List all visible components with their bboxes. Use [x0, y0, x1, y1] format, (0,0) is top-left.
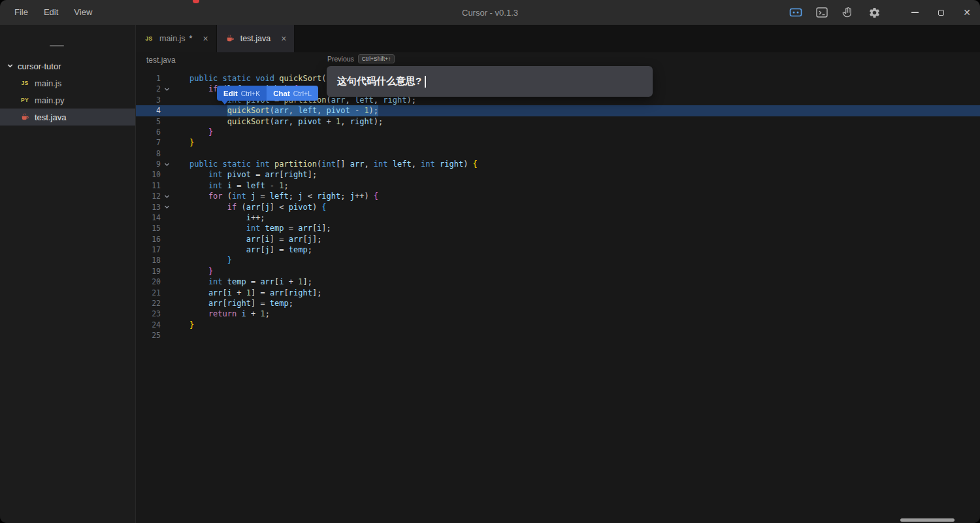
tab-label: test.java [239, 34, 271, 43]
terminal-icon[interactable] [809, 0, 835, 25]
text-caret [425, 76, 426, 88]
menu-view[interactable]: View [66, 0, 100, 25]
previous-label: Previous [327, 55, 354, 63]
js-icon: JS [20, 80, 30, 86]
fold-spacer [161, 148, 172, 159]
fold-spacer [161, 180, 172, 191]
code-line-19[interactable]: 19} [136, 266, 980, 277]
code-line-18[interactable]: 18} [136, 255, 980, 265]
file-name: main.py [35, 95, 65, 105]
code-line-10[interactable]: 10int pivot = arr[right]; [136, 169, 980, 180]
line-number: 16 [136, 234, 161, 245]
line-number: 2 [136, 84, 161, 94]
code-line-15[interactable]: 15int temp = arr[i]; [136, 223, 980, 233]
code-line-22[interactable]: 22arr[right] = temp; [136, 298, 980, 309]
file-list: JSmain.jsPYmain.pytest.java [0, 75, 135, 126]
code-line-25[interactable]: 25 [136, 330, 980, 341]
prompt-history-hint: Previous Ctrl+Shift+↑ [327, 54, 395, 63]
line-number: 3 [136, 95, 161, 105]
line-number: 13 [136, 202, 161, 212]
file-item-test-java[interactable]: test.java [0, 109, 135, 126]
edit-button[interactable]: Edit Ctrl+K [217, 86, 267, 101]
app-window: FileEditView Cursor - v0.1.3 ✕ [0, 0, 980, 523]
code-line-5[interactable]: 5quickSort(arr, pivot + 1, right); [136, 116, 980, 127]
line-number: 17 [136, 245, 161, 255]
file-name: test.java [35, 112, 66, 122]
shortcut-badge: Ctrl+Shift+↑ [358, 54, 395, 63]
file-item-main-py[interactable]: PYmain.py [0, 92, 135, 109]
tab-main-js[interactable]: JSmain.js*× [136, 25, 217, 52]
prompt-input[interactable]: 这句代码什么意思? [327, 66, 653, 97]
line-number: 25 [136, 330, 161, 341]
panel-resize-handle [50, 45, 64, 46]
title-bar: FileEditView Cursor - v0.1.3 ✕ [0, 0, 980, 25]
code-line-23[interactable]: 23return i + 1; [136, 309, 980, 319]
code-line-9[interactable]: 9public static int partition(int[] arr, … [136, 159, 980, 169]
code-line-6[interactable]: 6} [136, 127, 980, 137]
explorer-sidebar: cursor-tutor JSmain.jsPYmain.pytest.java [0, 25, 136, 523]
code-line-20[interactable]: 20int temp = arr[i + 1]; [136, 277, 980, 287]
line-number: 8 [136, 148, 161, 159]
fold-spacer [161, 105, 172, 116]
fold-spacer [161, 330, 172, 341]
fold-spacer [161, 309, 172, 319]
line-number: 4 [136, 105, 161, 116]
code-line-16[interactable]: 16arr[i] = arr[j]; [136, 234, 980, 245]
close-button[interactable]: ✕ [954, 0, 980, 25]
fold-chevron-icon[interactable] [161, 159, 172, 169]
prompt-text: 这句代码什么意思? [337, 75, 421, 88]
file-name: main.js [35, 78, 61, 88]
code-line-13[interactable]: 13if (arr[j] < pivot) { [136, 202, 980, 212]
fold-spacer [161, 266, 172, 277]
line-number: 9 [136, 159, 161, 169]
fold-spacer [161, 212, 172, 223]
code-line-12[interactable]: 12for (int j = left; j < right; j++) { [136, 191, 980, 201]
java-icon [225, 34, 235, 43]
fold-spacer [161, 95, 172, 105]
tooltip-tail [221, 101, 228, 105]
copilot-icon[interactable] [783, 0, 809, 25]
code-line-14[interactable]: 14i++; [136, 212, 980, 223]
line-number: 18 [136, 255, 161, 265]
recording-indicator [193, 0, 199, 3]
hand-icon[interactable] [835, 0, 861, 25]
fold-chevron-icon[interactable] [161, 84, 172, 94]
code-line-8[interactable]: 8 [136, 148, 980, 159]
fold-chevron-icon[interactable] [161, 191, 172, 201]
line-number: 15 [136, 223, 161, 233]
menu-bar: FileEditView [0, 0, 100, 25]
code-line-21[interactable]: 21arr[i + 1] = arr[right]; [136, 288, 980, 298]
workspace-folder[interactable]: cursor-tutor [0, 58, 135, 75]
horizontal-scrollbar-thumb[interactable] [900, 518, 955, 522]
line-number: 19 [136, 266, 161, 277]
line-number: 21 [136, 288, 161, 298]
fold-spacer [161, 116, 172, 127]
menu-file[interactable]: File [7, 0, 36, 25]
tab-test-java[interactable]: test.java× [217, 25, 295, 52]
line-number: 20 [136, 277, 161, 287]
minimize-button[interactable] [902, 0, 928, 25]
code-line-11[interactable]: 11int i = left - 1; [136, 180, 980, 191]
line-number: 11 [136, 180, 161, 191]
maximize-button[interactable] [928, 0, 954, 25]
file-item-main-js[interactable]: JSmain.js [0, 75, 135, 92]
chat-button[interactable]: Chat Ctrl+L [267, 86, 318, 101]
tab-label: main.js [158, 34, 186, 43]
fold-spacer [161, 255, 172, 265]
fold-spacer [161, 169, 172, 180]
settings-icon[interactable] [861, 0, 887, 25]
close-icon[interactable]: × [281, 34, 286, 43]
code-line-7[interactable]: 7} [136, 137, 980, 148]
line-number: 5 [136, 116, 161, 127]
chevron-down-icon [7, 61, 14, 71]
close-icon[interactable]: × [203, 34, 208, 43]
code-line-17[interactable]: 17arr[j] = temp; [136, 245, 980, 255]
line-number: 10 [136, 169, 161, 180]
code-area[interactable]: 1public static void quickSort(int[] arr,… [136, 68, 980, 518]
edit-chat-tooltip: Edit Ctrl+K Chat Ctrl+L [217, 86, 318, 101]
code-line-24[interactable]: 24} [136, 320, 980, 330]
code-line-4[interactable]: 4quickSort(arr, left, pivot - 1); [136, 105, 980, 116]
fold-spacer [161, 127, 172, 137]
menu-edit[interactable]: Edit [36, 0, 66, 25]
fold-chevron-icon[interactable] [161, 202, 172, 212]
